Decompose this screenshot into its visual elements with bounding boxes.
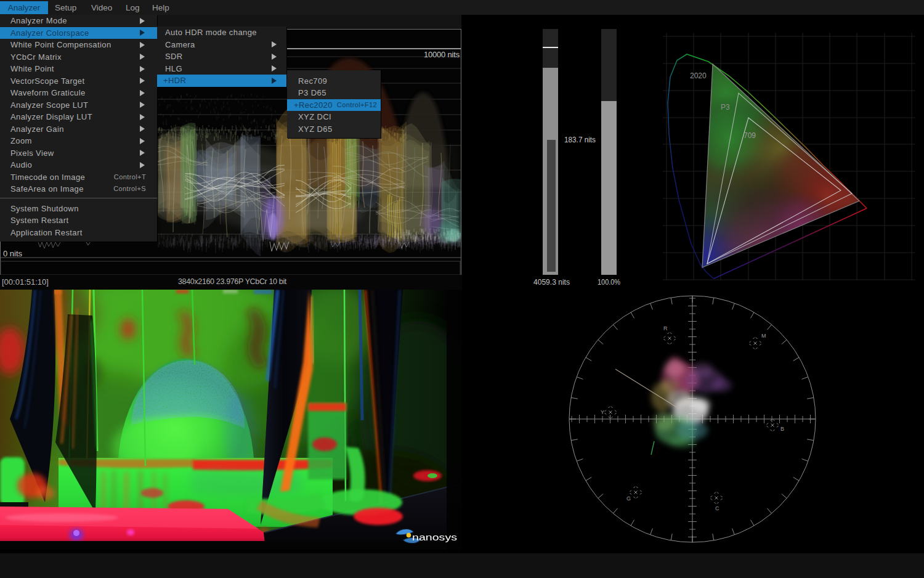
svg-text:2020: 2020 <box>690 71 707 80</box>
svg-text:Y: Y <box>601 409 604 415</box>
svg-text:C: C <box>715 505 719 511</box>
svg-text:P3: P3 <box>721 103 730 112</box>
svg-text:183.7 nits: 183.7 nits <box>564 136 596 144</box>
svg-text:709: 709 <box>744 131 756 140</box>
svg-text:G: G <box>626 495 631 502</box>
svg-text:nanosys: nanosys <box>412 532 457 542</box>
svg-text:M: M <box>761 333 766 339</box>
svg-text:B: B <box>780 426 784 432</box>
svg-text:100.0%: 100.0% <box>598 278 620 287</box>
svg-text:4059.3 nits: 4059.3 nits <box>533 278 570 287</box>
svg-text:R: R <box>663 325 668 332</box>
